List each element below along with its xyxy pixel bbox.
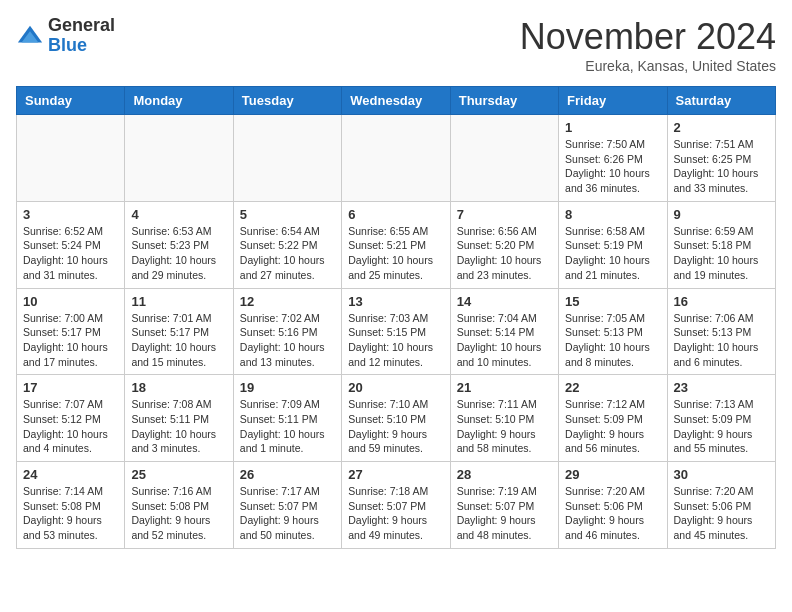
day-info: Sunrise: 6:53 AM Sunset: 5:23 PM Dayligh… [131,224,226,283]
weekday-header-wednesday: Wednesday [342,87,450,115]
day-info: Sunrise: 7:04 AM Sunset: 5:14 PM Dayligh… [457,311,552,370]
day-number: 8 [565,207,660,222]
month-title: November 2024 [520,16,776,58]
day-info: Sunrise: 7:07 AM Sunset: 5:12 PM Dayligh… [23,397,118,456]
title-area: November 2024 Eureka, Kansas, United Sta… [520,16,776,74]
day-info: Sunrise: 7:51 AM Sunset: 6:25 PM Dayligh… [674,137,769,196]
calendar-cell: 5Sunrise: 6:54 AM Sunset: 5:22 PM Daylig… [233,201,341,288]
day-info: Sunrise: 7:16 AM Sunset: 5:08 PM Dayligh… [131,484,226,543]
day-number: 27 [348,467,443,482]
day-info: Sunrise: 7:18 AM Sunset: 5:07 PM Dayligh… [348,484,443,543]
day-number: 11 [131,294,226,309]
day-info: Sunrise: 7:05 AM Sunset: 5:13 PM Dayligh… [565,311,660,370]
day-info: Sunrise: 7:20 AM Sunset: 5:06 PM Dayligh… [565,484,660,543]
day-number: 17 [23,380,118,395]
calendar-cell [125,115,233,202]
calendar-cell: 1Sunrise: 7:50 AM Sunset: 6:26 PM Daylig… [559,115,667,202]
logo-general-text: General [48,15,115,35]
week-row-1: 1Sunrise: 7:50 AM Sunset: 6:26 PM Daylig… [17,115,776,202]
day-number: 30 [674,467,769,482]
day-number: 2 [674,120,769,135]
calendar-cell: 25Sunrise: 7:16 AM Sunset: 5:08 PM Dayli… [125,462,233,549]
calendar-cell: 16Sunrise: 7:06 AM Sunset: 5:13 PM Dayli… [667,288,775,375]
calendar-cell: 22Sunrise: 7:12 AM Sunset: 5:09 PM Dayli… [559,375,667,462]
calendar-cell: 18Sunrise: 7:08 AM Sunset: 5:11 PM Dayli… [125,375,233,462]
week-row-3: 10Sunrise: 7:00 AM Sunset: 5:17 PM Dayli… [17,288,776,375]
day-number: 24 [23,467,118,482]
calendar-cell: 28Sunrise: 7:19 AM Sunset: 5:07 PM Dayli… [450,462,558,549]
weekday-header-friday: Friday [559,87,667,115]
day-info: Sunrise: 7:50 AM Sunset: 6:26 PM Dayligh… [565,137,660,196]
calendar-cell: 30Sunrise: 7:20 AM Sunset: 5:06 PM Dayli… [667,462,775,549]
day-info: Sunrise: 7:14 AM Sunset: 5:08 PM Dayligh… [23,484,118,543]
calendar-cell: 23Sunrise: 7:13 AM Sunset: 5:09 PM Dayli… [667,375,775,462]
day-number: 15 [565,294,660,309]
day-number: 22 [565,380,660,395]
day-info: Sunrise: 7:08 AM Sunset: 5:11 PM Dayligh… [131,397,226,456]
weekday-header-tuesday: Tuesday [233,87,341,115]
weekday-header-monday: Monday [125,87,233,115]
location-label: Eureka, Kansas, United States [520,58,776,74]
day-info: Sunrise: 6:58 AM Sunset: 5:19 PM Dayligh… [565,224,660,283]
logo: General Blue [16,16,115,56]
day-info: Sunrise: 7:09 AM Sunset: 5:11 PM Dayligh… [240,397,335,456]
day-number: 13 [348,294,443,309]
week-row-2: 3Sunrise: 6:52 AM Sunset: 5:24 PM Daylig… [17,201,776,288]
calendar-cell [17,115,125,202]
day-number: 25 [131,467,226,482]
calendar-cell: 19Sunrise: 7:09 AM Sunset: 5:11 PM Dayli… [233,375,341,462]
day-info: Sunrise: 7:11 AM Sunset: 5:10 PM Dayligh… [457,397,552,456]
day-number: 5 [240,207,335,222]
calendar-cell: 21Sunrise: 7:11 AM Sunset: 5:10 PM Dayli… [450,375,558,462]
calendar-cell: 8Sunrise: 6:58 AM Sunset: 5:19 PM Daylig… [559,201,667,288]
day-info: Sunrise: 7:20 AM Sunset: 5:06 PM Dayligh… [674,484,769,543]
day-info: Sunrise: 6:52 AM Sunset: 5:24 PM Dayligh… [23,224,118,283]
day-number: 26 [240,467,335,482]
day-info: Sunrise: 7:10 AM Sunset: 5:10 PM Dayligh… [348,397,443,456]
day-number: 29 [565,467,660,482]
day-number: 20 [348,380,443,395]
calendar-table: SundayMondayTuesdayWednesdayThursdayFrid… [16,86,776,549]
day-info: Sunrise: 7:12 AM Sunset: 5:09 PM Dayligh… [565,397,660,456]
weekday-header-saturday: Saturday [667,87,775,115]
day-number: 23 [674,380,769,395]
day-number: 7 [457,207,552,222]
calendar-cell: 20Sunrise: 7:10 AM Sunset: 5:10 PM Dayli… [342,375,450,462]
day-info: Sunrise: 7:03 AM Sunset: 5:15 PM Dayligh… [348,311,443,370]
calendar-cell [450,115,558,202]
day-info: Sunrise: 7:13 AM Sunset: 5:09 PM Dayligh… [674,397,769,456]
weekday-header-sunday: Sunday [17,87,125,115]
logo-icon [16,22,44,50]
weekday-header-row: SundayMondayTuesdayWednesdayThursdayFrid… [17,87,776,115]
day-number: 19 [240,380,335,395]
calendar-cell: 11Sunrise: 7:01 AM Sunset: 5:17 PM Dayli… [125,288,233,375]
day-info: Sunrise: 6:56 AM Sunset: 5:20 PM Dayligh… [457,224,552,283]
calendar-cell: 12Sunrise: 7:02 AM Sunset: 5:16 PM Dayli… [233,288,341,375]
day-number: 3 [23,207,118,222]
day-info: Sunrise: 6:54 AM Sunset: 5:22 PM Dayligh… [240,224,335,283]
calendar-cell: 26Sunrise: 7:17 AM Sunset: 5:07 PM Dayli… [233,462,341,549]
calendar-cell: 7Sunrise: 6:56 AM Sunset: 5:20 PM Daylig… [450,201,558,288]
calendar-cell: 14Sunrise: 7:04 AM Sunset: 5:14 PM Dayli… [450,288,558,375]
calendar-cell: 29Sunrise: 7:20 AM Sunset: 5:06 PM Dayli… [559,462,667,549]
logo-blue-text: Blue [48,35,87,55]
day-number: 4 [131,207,226,222]
calendar-cell: 24Sunrise: 7:14 AM Sunset: 5:08 PM Dayli… [17,462,125,549]
day-info: Sunrise: 7:02 AM Sunset: 5:16 PM Dayligh… [240,311,335,370]
calendar-cell: 4Sunrise: 6:53 AM Sunset: 5:23 PM Daylig… [125,201,233,288]
day-number: 9 [674,207,769,222]
calendar-cell: 13Sunrise: 7:03 AM Sunset: 5:15 PM Dayli… [342,288,450,375]
day-number: 14 [457,294,552,309]
calendar-cell: 2Sunrise: 7:51 AM Sunset: 6:25 PM Daylig… [667,115,775,202]
day-info: Sunrise: 6:59 AM Sunset: 5:18 PM Dayligh… [674,224,769,283]
day-number: 10 [23,294,118,309]
weekday-header-thursday: Thursday [450,87,558,115]
calendar-cell: 3Sunrise: 6:52 AM Sunset: 5:24 PM Daylig… [17,201,125,288]
day-info: Sunrise: 7:19 AM Sunset: 5:07 PM Dayligh… [457,484,552,543]
calendar-cell: 17Sunrise: 7:07 AM Sunset: 5:12 PM Dayli… [17,375,125,462]
calendar-cell: 6Sunrise: 6:55 AM Sunset: 5:21 PM Daylig… [342,201,450,288]
calendar-cell: 10Sunrise: 7:00 AM Sunset: 5:17 PM Dayli… [17,288,125,375]
day-info: Sunrise: 7:01 AM Sunset: 5:17 PM Dayligh… [131,311,226,370]
week-row-4: 17Sunrise: 7:07 AM Sunset: 5:12 PM Dayli… [17,375,776,462]
calendar-cell: 27Sunrise: 7:18 AM Sunset: 5:07 PM Dayli… [342,462,450,549]
